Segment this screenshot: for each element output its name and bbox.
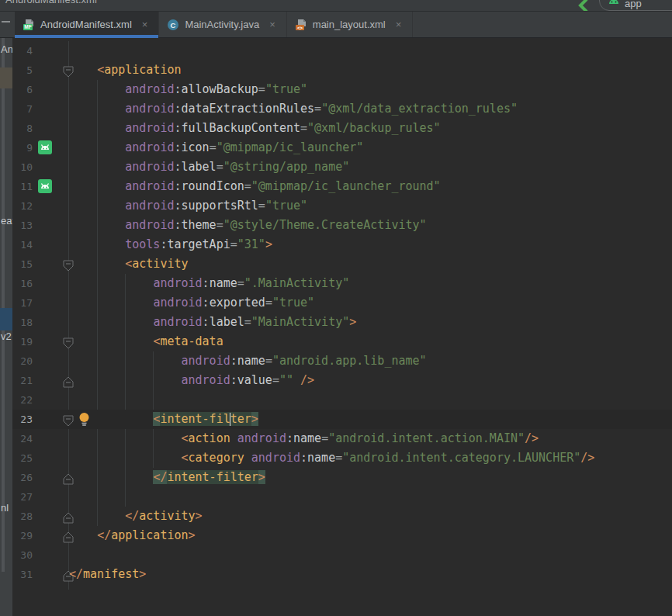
- project-scrollbar[interactable]: [2, 38, 5, 572]
- navigation-bar: AndroidManifest.xml app: [0, 0, 672, 12]
- code-text: android:icon="@mipmap/ic_launcher": [69, 138, 363, 157]
- manifest-file-icon: MF: [23, 19, 35, 31]
- line-number: 19: [12, 332, 33, 351]
- code-text: android:name="android.app.lib_name": [69, 351, 427, 371]
- code-text: <intent-filter>: [69, 410, 258, 429]
- code-text: android:exported="true": [69, 293, 314, 313]
- code-text: android:label="MainActivity">: [69, 313, 356, 332]
- project-tree-item-fragment[interactable]: An: [1, 43, 12, 55]
- code-line[interactable]: 9 android:icon="@mipmap/ic_launcher": [12, 138, 672, 157]
- code-line[interactable]: 26 </intent-filter>: [12, 468, 672, 487]
- code-text: android:label="@string/app_name": [69, 157, 349, 177]
- line-number: 22: [12, 390, 33, 410]
- line-number: 17: [12, 293, 33, 313]
- tab-label: main_layout.xml: [313, 19, 386, 30]
- code-line[interactable]: 11 android:roundIcon="@mipmap/ic_launche…: [12, 177, 672, 196]
- project-tree-item-fragment[interactable]: eat: [1, 215, 12, 227]
- code-line[interactable]: 4: [12, 41, 672, 61]
- code-line[interactable]: 5 <application: [12, 61, 672, 80]
- close-icon[interactable]: ×: [396, 19, 402, 30]
- code-text: </intent-filter>: [69, 468, 265, 487]
- project-tree-item-fragment[interactable]: v2: [1, 330, 12, 342]
- code-text: android:name=".MainActivity": [69, 274, 349, 293]
- run-configuration-label: app: [625, 0, 642, 9]
- line-number: 26: [12, 468, 33, 487]
- line-number: 29: [12, 526, 33, 545]
- editor-tab-bar: MF AndroidManifest.xml × C MainActivity.…: [0, 12, 672, 38]
- code-line[interactable]: 29 </application>: [12, 526, 672, 545]
- code-line[interactable]: 7 android:dataExtractionRules="@xml/data…: [12, 99, 672, 119]
- project-selected-row[interactable]: [0, 308, 12, 330]
- code-line[interactable]: 13 android:theme="@style/Theme.CreateAct…: [12, 216, 672, 235]
- code-line[interactable]: 21 android:value="" />: [12, 371, 672, 390]
- code-line[interactable]: 27: [12, 487, 672, 507]
- tab-mainactivity-java[interactable]: C MainActivity.java ×: [159, 12, 286, 37]
- code-line[interactable]: 17 android:exported="true": [12, 293, 672, 313]
- svg-text:MF: MF: [24, 24, 31, 29]
- code-line[interactable]: 10 android:label="@string/app_name": [12, 157, 672, 177]
- line-number: 18: [12, 313, 33, 332]
- line-number: 6: [12, 80, 33, 99]
- layout-xml-icon: <>: [295, 19, 307, 31]
- code-line[interactable]: 30: [12, 545, 672, 565]
- splitter-minus-icon[interactable]: [2, 21, 10, 22]
- android-resource-icon[interactable]: [37, 140, 53, 155]
- code-text: android:supportsRtl="true": [69, 196, 307, 216]
- code-line[interactable]: 8 android:fullBackupContent="@xml/backup…: [12, 119, 672, 138]
- run-configuration-button[interactable]: app: [599, 0, 672, 11]
- code-line[interactable]: 28 </activity>: [12, 507, 672, 526]
- code-line[interactable]: 23 <intent-filter>: [12, 410, 672, 429]
- line-number: 10: [12, 157, 33, 177]
- line-number: 20: [12, 351, 33, 371]
- java-class-icon: C: [167, 19, 179, 31]
- code-line[interactable]: 14 tools:targetApi="31">: [12, 235, 672, 254]
- code-line[interactable]: 20 android:name="android.app.lib_name": [12, 351, 672, 371]
- line-number: 30: [12, 545, 33, 565]
- breadcrumb[interactable]: AndroidManifest.xml: [5, 0, 97, 5]
- android-robot-icon: [608, 0, 620, 9]
- code-text: <meta-data: [69, 332, 223, 351]
- code-text: android:theme="@style/Theme.CreateActivi…: [69, 216, 427, 235]
- line-number: 13: [12, 216, 33, 235]
- code-line[interactable]: 24 <action android:name="android.intent.…: [12, 429, 672, 448]
- close-icon[interactable]: ×: [142, 19, 148, 30]
- line-number: 9: [12, 138, 33, 157]
- tab-label: AndroidManifest.xml: [40, 19, 132, 30]
- project-highlighted-row[interactable]: [0, 67, 12, 88]
- code-text: android:value="" />: [69, 371, 314, 390]
- svg-text:C: C: [171, 20, 176, 29]
- code-line[interactable]: 18 android:label="MainActivity">: [12, 313, 672, 332]
- code-line[interactable]: 19 <meta-data: [12, 332, 672, 351]
- code-line[interactable]: 15 <activity: [12, 254, 672, 274]
- code-line[interactable]: 25 <category android:name="android.inten…: [12, 448, 672, 468]
- back-chevron-icon[interactable]: [577, 0, 590, 12]
- tab-main-layout-xml[interactable]: <> main_layout.xml ×: [287, 12, 414, 37]
- line-number: 23: [12, 410, 33, 429]
- line-number: 15: [12, 254, 33, 274]
- tab-androidmanifest-xml[interactable]: MF AndroidManifest.xml ×: [15, 12, 159, 37]
- line-number: 28: [12, 507, 33, 526]
- line-number: 16: [12, 274, 33, 293]
- android-resource-icon[interactable]: [37, 178, 53, 194]
- code-lines: 45 <application6 android:allowBackup="tr…: [12, 41, 672, 584]
- code-line[interactable]: 22: [12, 390, 672, 410]
- line-number: 4: [12, 41, 33, 61]
- code-line[interactable]: 16 android:name=".MainActivity": [12, 274, 672, 293]
- code-line[interactable]: 12 android:supportsRtl="true": [12, 196, 672, 216]
- code-text: </manifest>: [69, 565, 146, 584]
- code-text: <category android:name="android.intent.c…: [69, 448, 594, 468]
- code-line[interactable]: 6 android:allowBackup="true": [12, 80, 672, 99]
- project-panel-sliver[interactable]: Aneatv2nl: [0, 38, 12, 616]
- code-text: <action android:name="android.intent.act…: [69, 429, 539, 448]
- code-editor[interactable]: 45 <application6 android:allowBackup="tr…: [12, 38, 672, 616]
- code-text: tools:targetApi="31">: [69, 235, 272, 254]
- android-studio-window: AndroidManifest.xml app MF AndroidManife…: [0, 0, 672, 616]
- line-number: 27: [12, 487, 33, 507]
- code-text: android:roundIcon="@mipmap/ic_launcher_r…: [69, 177, 441, 196]
- project-tree-item-fragment[interactable]: nl: [1, 502, 9, 514]
- line-number: 31: [12, 565, 33, 584]
- line-number: 11: [12, 177, 33, 196]
- code-text: <activity: [69, 254, 189, 274]
- close-icon[interactable]: ×: [269, 19, 275, 30]
- code-line[interactable]: 31</manifest>: [12, 565, 672, 584]
